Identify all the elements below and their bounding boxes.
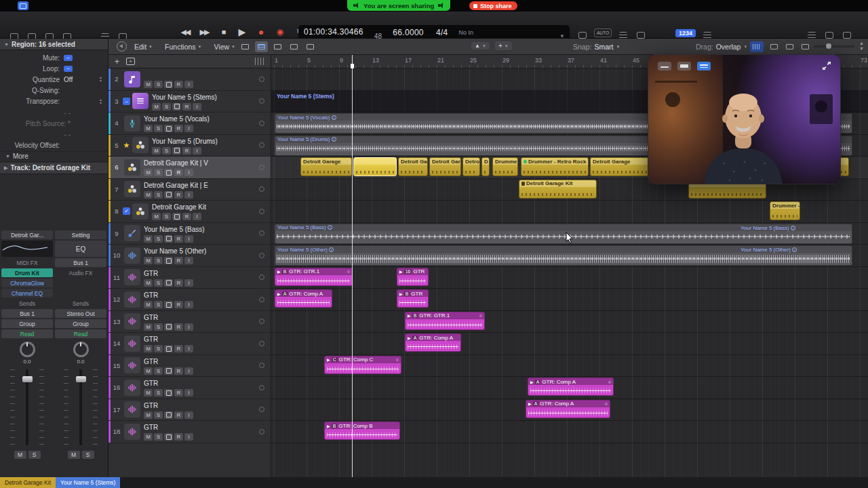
webcam-overlay-window[interactable] <box>648 54 841 184</box>
track-name[interactable]: GTR <box>144 291 256 300</box>
duplicate-track-button[interactable]: + <box>126 58 135 65</box>
drummer-region[interactable]: Detroit Garage Kit <box>519 180 597 199</box>
track-on-off-dot[interactable] <box>259 121 264 126</box>
input-monitor-button[interactable]: I <box>184 389 193 396</box>
track-on-off-dot[interactable] <box>259 341 264 346</box>
stop-share-button[interactable]: Stop share <box>469 1 517 10</box>
track-header-row[interactable]: 16GTRMSRI <box>108 377 271 399</box>
record-enable-button[interactable]: R <box>182 147 191 155</box>
track-name[interactable]: GTR <box>144 424 256 432</box>
record-enable-button[interactable]: R <box>174 169 183 176</box>
info-icon[interactable]: i <box>328 225 332 230</box>
record-enable-button[interactable]: R <box>174 345 183 352</box>
track-name[interactable]: Detroit Garage Kit | E <box>144 182 256 190</box>
mute-button[interactable]: M <box>144 125 153 132</box>
screen-sharing-app-icon[interactable] <box>18 1 28 10</box>
track-header-row[interactable]: 9Your Name 5 (Bass)MSRI <box>108 223 271 245</box>
stepper-icon[interactable]: ▲▼ <box>99 98 102 105</box>
freeze-icon[interactable] <box>164 367 173 375</box>
track-on-off-dot[interactable] <box>259 186 264 192</box>
audio-region[interactable]: Your Name 5 (Other)iYour Name 5 (Other)i <box>275 245 852 266</box>
region-inspector-icon[interactable] <box>255 41 268 52</box>
strip-slot-button-chromaglow[interactable]: ChromaGlow <box>1 279 53 287</box>
strip-slot-button-channel-eq[interactable]: Channel EQ <box>1 289 53 298</box>
zoom-presets-icon[interactable] <box>799 41 812 52</box>
drummer-region[interactable]: Drummer - <box>770 201 800 220</box>
horizontal-zoom-icon[interactable] <box>783 41 796 52</box>
auto-punch-button[interactable]: AUTO <box>594 28 612 37</box>
freeze-icon[interactable] <box>164 411 173 419</box>
record-button[interactable]: ● <box>254 26 269 37</box>
solo-button[interactable]: S <box>28 451 41 459</box>
midi-region[interactable]: ▶AGTR: Comp A○ <box>528 378 614 396</box>
cycle-button[interactable]: ◉ <box>273 27 288 37</box>
input-monitor-button[interactable]: I <box>193 103 201 110</box>
drummer-region-selected[interactable] <box>353 157 397 176</box>
drummer-region[interactable]: Detroit Gara <box>429 157 461 176</box>
disclosure-icon[interactable]: ▶ <box>277 291 281 296</box>
snap-menu[interactable]: Snap: Smart ▼ <box>573 39 620 55</box>
freeze-icon[interactable] <box>164 345 173 352</box>
zoom-slider[interactable] <box>814 45 854 47</box>
drummer-region[interactable]: Drumme <box>492 157 518 176</box>
arrange-row[interactable]: ▶BGTR: Comp B <box>271 421 868 443</box>
bottom-tab[interactable]: Your Name 5 (Stems) <box>56 477 120 488</box>
midi-region[interactable]: ▶BGTR: GTR.1○ <box>275 268 353 286</box>
info-icon[interactable]: i <box>329 247 334 252</box>
track-on-off-dot[interactable] <box>259 77 264 82</box>
mute-button[interactable]: M <box>144 169 153 176</box>
track-name[interactable]: GTR <box>144 314 256 323</box>
track-header-row[interactable]: 2MSRI <box>108 68 271 91</box>
freeze-icon[interactable] <box>164 323 173 331</box>
track-name[interactable]: Detroit Garage Kit | V <box>144 159 256 168</box>
freeze-icon[interactable] <box>164 279 173 287</box>
pan-knob[interactable] <box>20 342 35 357</box>
catch-playhead-icon[interactable] <box>117 41 127 52</box>
mute-button[interactable]: M <box>144 257 153 264</box>
track-on-off-dot[interactable] <box>259 253 264 258</box>
freeze-icon[interactable] <box>164 191 173 199</box>
track-on-off-dot[interactable] <box>259 319 264 324</box>
record-enable-button[interactable]: R <box>174 125 183 132</box>
strip-slot-button-group[interactable]: Group <box>1 319 53 328</box>
record-enable-button[interactable]: R <box>174 191 183 199</box>
strip-slot-button-eq[interactable]: EQ <box>55 241 106 257</box>
record-enable-button[interactable]: R <box>174 279 183 287</box>
eq-thumbnail[interactable] <box>1 241 53 257</box>
strip-slot-button-bus-1[interactable]: Bus 1 <box>1 309 53 318</box>
disclosure-icon[interactable]: ▶ <box>277 269 281 274</box>
pencil-icon[interactable] <box>271 41 284 52</box>
track-header-row[interactable]: 14GTRMSRI <box>108 333 271 355</box>
track-header-row[interactable]: 12GTRMSRI <box>108 289 271 311</box>
freeze-icon[interactable] <box>164 169 173 176</box>
midi-region[interactable]: ▶BGTR <box>397 289 429 308</box>
mute-button[interactable]: M <box>144 411 153 419</box>
arrange-row[interactable]: ▶CGTR: Comp C○ <box>271 355 868 378</box>
solo-button[interactable]: S <box>162 213 171 220</box>
audio-region[interactable]: Your Name 5 (Bass)iYour Name 5 (Bass)i <box>275 224 852 244</box>
mute-button[interactable]: M <box>152 213 161 220</box>
stepper-icon[interactable]: ▲▼ <box>99 76 102 83</box>
menu-functions[interactable]: Functions▼ <box>165 43 201 51</box>
midi-region[interactable]: ▶BGTR: GTR.1○ <box>405 312 485 330</box>
disclosure-icon[interactable]: ▶ <box>528 401 532 406</box>
solo-button[interactable]: S <box>154 257 163 264</box>
midi-region[interactable]: ▶AGTR: Comp A <box>275 289 332 308</box>
strip-slot-button-drum-kit[interactable]: Drum Kit <box>1 268 53 277</box>
mute-button[interactable]: M <box>152 103 161 110</box>
track-name[interactable]: Detroit Garage Kit <box>152 203 256 212</box>
track-header-row[interactable]: 3–Your Name 5 (Stems)MSRI <box>108 91 271 113</box>
input-monitor-button[interactable]: I <box>184 169 193 176</box>
disclosure-icon[interactable]: ▶ <box>408 313 411 318</box>
param-toggle[interactable]: – <box>64 55 73 61</box>
track-on-off-dot[interactable] <box>259 429 264 434</box>
track-zoom-presets-icon[interactable] <box>255 58 264 65</box>
drag-menu[interactable]: Drag: Overlap ▼ <box>696 39 747 55</box>
volume-fader[interactable] <box>55 368 106 447</box>
hide-track-badge[interactable]: – <box>123 98 130 105</box>
input-monitor-button[interactable]: I <box>184 367 193 375</box>
track-header-row[interactable]: 8✓Detroit Garage KitMSRI <box>108 201 271 223</box>
strip-slot-button-stereo-out[interactable]: Stereo Out <box>55 309 106 318</box>
solo-button[interactable]: S <box>154 125 163 132</box>
mute-button[interactable]: M <box>14 451 26 459</box>
